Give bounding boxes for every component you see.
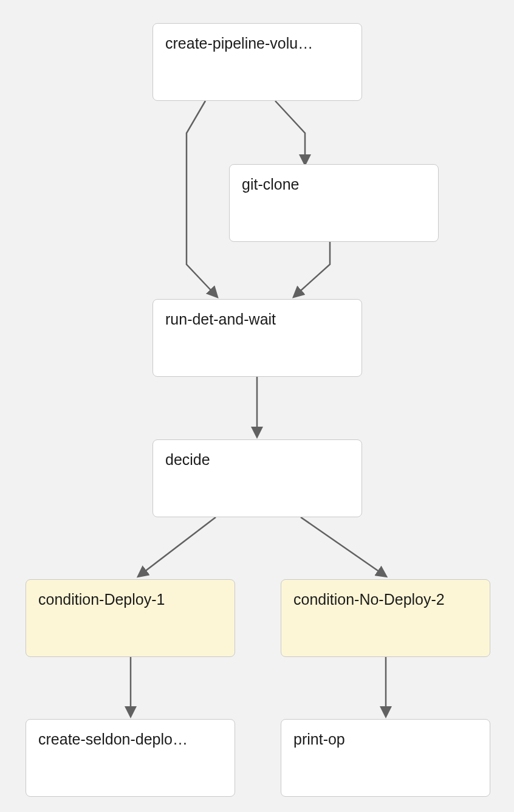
node-label: condition-No-Deploy-2	[293, 591, 478, 608]
pipeline-graph: create-pipeline-volu… git-clone run-det-…	[0, 0, 514, 812]
node-create-seldon-deploy[interactable]: create-seldon-deplo…	[26, 719, 235, 797]
node-label: git-clone	[242, 176, 426, 193]
node-label: print-op	[293, 731, 478, 748]
node-decide[interactable]: decide	[152, 439, 362, 517]
node-print-op[interactable]: print-op	[281, 719, 490, 797]
node-condition-deploy-1[interactable]: condition-Deploy-1	[26, 579, 235, 657]
node-label: decide	[165, 451, 349, 469]
edge	[301, 517, 386, 576]
edge	[187, 101, 217, 297]
node-label: run-det-and-wait	[165, 311, 349, 328]
edge	[294, 241, 330, 297]
edge	[139, 517, 216, 576]
node-condition-no-deploy-2[interactable]: condition-No-Deploy-2	[281, 579, 490, 657]
node-git-clone[interactable]: git-clone	[229, 164, 439, 242]
edge	[275, 101, 305, 164]
edges-layer	[0, 0, 514, 812]
node-create-pipeline-volume[interactable]: create-pipeline-volu…	[152, 23, 362, 101]
node-label: create-seldon-deplo…	[38, 731, 222, 748]
node-label: condition-Deploy-1	[38, 591, 222, 608]
node-run-det-and-wait[interactable]: run-det-and-wait	[152, 299, 362, 377]
node-label: create-pipeline-volu…	[165, 35, 349, 52]
